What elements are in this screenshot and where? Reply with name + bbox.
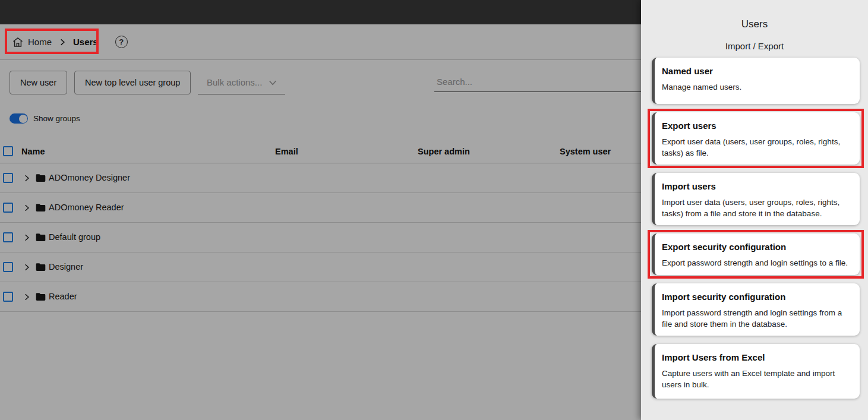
import-export-panel: Users Import / Export Named user Manage … (641, 0, 868, 420)
card-title: Import security configuration (662, 292, 850, 302)
card-title: Named user (662, 66, 850, 76)
card-export-users[interactable]: Export users Export user data (users, us… (652, 112, 860, 165)
card-import-security-configuration[interactable]: Import security configuration Import pas… (652, 283, 860, 336)
card-named-user[interactable]: Named user Manage named users. (652, 58, 860, 104)
card-export-security-configuration[interactable]: Export security configuration Export pas… (652, 233, 860, 275)
panel-subtitle: Import / Export (641, 41, 868, 51)
card-description: Import password strength and login setti… (662, 307, 850, 330)
card-import-users-from-excel[interactable]: Import Users from Excel Capture users wi… (652, 344, 860, 399)
card-import-users[interactable]: Import users Import user data (users, us… (652, 173, 860, 225)
card-description: Manage named users. (662, 81, 850, 93)
card-description: Export password strength and login setti… (662, 257, 850, 269)
card-title: Import users (662, 181, 850, 191)
modal-backdrop[interactable] (0, 0, 641, 420)
card-title: Export users (662, 121, 850, 131)
card-title: Import Users from Excel (662, 352, 850, 362)
card-title: Export security configuration (662, 242, 850, 252)
panel-title: Users (641, 18, 868, 30)
card-description: Import user data (users, user groups, ro… (662, 197, 850, 219)
card-description: Capture users with an Excel template and… (662, 368, 850, 390)
card-description: Export user data (users, user groups, ro… (662, 136, 850, 159)
